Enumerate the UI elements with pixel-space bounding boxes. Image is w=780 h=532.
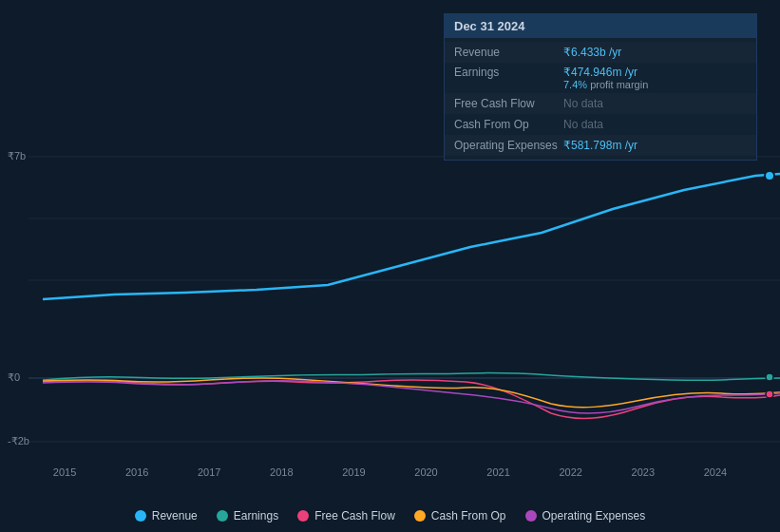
card-label-revenue: Revenue	[454, 46, 563, 59]
legend-label-fcf: Free Cash Flow	[314, 509, 395, 522]
card-value-revenue: ₹6.433b /yr	[563, 46, 747, 59]
legend-fcf[interactable]: Free Cash Flow	[297, 509, 395, 522]
card-label-earnings: Earnings	[454, 66, 563, 79]
legend-label-earnings: Earnings	[234, 509, 278, 522]
legend-cfo[interactable]: Cash From Op	[414, 509, 506, 522]
x-label-2018: 2018	[270, 466, 293, 478]
card-value-opex: ₹581.798m /yr	[563, 139, 747, 152]
x-axis: 2015 2016 2017 2018 2019 2020 2021 2022 …	[0, 466, 780, 478]
card-value-cfo: No data	[563, 118, 747, 131]
card-label-opex: Operating Expenses	[454, 139, 563, 152]
legend-label-cfo: Cash From Op	[431, 509, 506, 522]
card-value-earnings: ₹474.946m /yr	[563, 66, 747, 79]
legend-label-opex: Operating Expenses	[542, 509, 646, 522]
legend-revenue[interactable]: Revenue	[135, 509, 198, 522]
x-label-2017: 2017	[198, 466, 220, 478]
card-body: Revenue ₹6.433b /yr Earnings ₹474.946m /…	[445, 38, 756, 160]
y-label-neg2b: -₹2b	[8, 435, 29, 447]
y-label-0: ₹0	[8, 371, 20, 384]
card-row-opex: Operating Expenses ₹581.798m /yr	[445, 135, 756, 156]
card-row-earnings: Earnings ₹474.946m /yr 7.4% profit margi…	[445, 63, 756, 93]
legend-dot-opex	[525, 510, 537, 522]
profit-margin-label: profit margin	[590, 79, 648, 90]
svg-point-8	[766, 390, 773, 398]
x-label-2019: 2019	[342, 466, 365, 478]
x-label-2024: 2024	[704, 466, 727, 478]
chart-legend: Revenue Earnings Free Cash Flow Cash Fro…	[0, 509, 780, 522]
x-label-2020: 2020	[414, 466, 437, 478]
legend-dot-cfo	[414, 510, 426, 522]
legend-dot-revenue	[135, 510, 146, 522]
legend-dot-fcf	[297, 510, 309, 522]
data-tooltip-card: Dec 31 2024 Revenue ₹6.433b /yr Earnings…	[444, 13, 757, 161]
x-label-2021: 2021	[486, 466, 509, 478]
svg-point-6	[765, 171, 774, 180]
legend-opex[interactable]: Operating Expenses	[525, 509, 646, 522]
x-label-2023: 2023	[632, 466, 655, 478]
card-value-fcf: No data	[563, 97, 747, 110]
legend-earnings[interactable]: Earnings	[217, 509, 278, 522]
legend-dot-earnings	[217, 510, 228, 522]
legend-label-revenue: Revenue	[152, 509, 198, 522]
svg-point-7	[766, 373, 773, 381]
profit-margin-value: 7.4%	[563, 79, 587, 90]
x-label-2022: 2022	[559, 466, 581, 478]
card-date: Dec 31 2024	[445, 14, 756, 38]
card-row-fcf: Free Cash Flow No data	[445, 93, 756, 114]
card-row-revenue: Revenue ₹6.433b /yr	[445, 42, 756, 63]
card-row-cfo: Cash From Op No data	[445, 114, 756, 135]
x-label-2016: 2016	[125, 466, 148, 478]
card-label-fcf: Free Cash Flow	[454, 97, 563, 110]
x-label-2015: 2015	[53, 466, 76, 478]
card-label-cfo: Cash From Op	[454, 118, 563, 131]
y-label-7b: ₹7b	[8, 150, 26, 162]
